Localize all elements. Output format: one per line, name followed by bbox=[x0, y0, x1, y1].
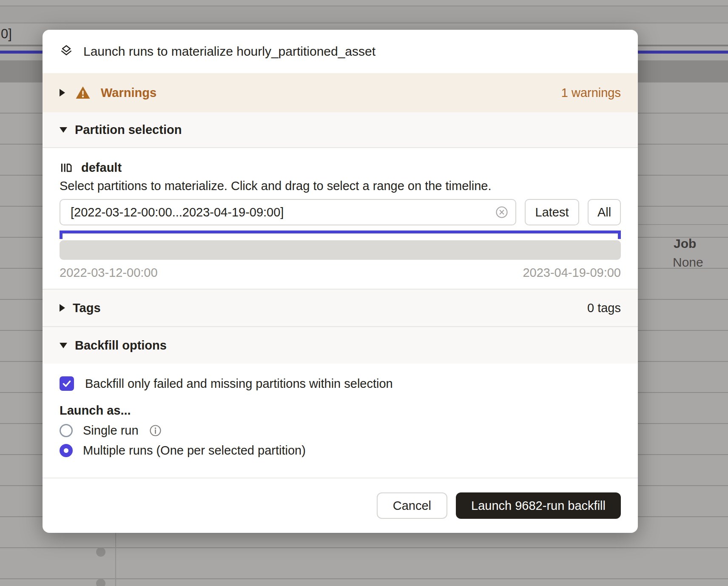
bg-truncated-text: 0] bbox=[1, 26, 12, 42]
warnings-label: Warnings bbox=[101, 86, 156, 100]
tags-title: Tags bbox=[73, 301, 101, 315]
backfill-options-body: Backfill only failed and missing partiti… bbox=[43, 364, 638, 478]
backfill-only-failed-checkbox[interactable] bbox=[60, 376, 74, 391]
multiple-runs-option[interactable]: Multiple runs (One per selected partitio… bbox=[60, 444, 621, 458]
partition-dimension-icon bbox=[60, 161, 73, 174]
selected-range-line bbox=[60, 230, 621, 233]
selected-range-tick-left bbox=[60, 230, 63, 239]
bg-status-dot bbox=[96, 579, 105, 586]
bg-column-divider bbox=[115, 533, 116, 586]
selected-range-tick-right bbox=[618, 230, 621, 239]
dialog-header: Launch runs to materialize hourly_partit… bbox=[43, 30, 638, 73]
dimension-row: default bbox=[60, 161, 621, 175]
dialog-title: Launch runs to materialize hourly_partit… bbox=[83, 44, 375, 59]
bg-row-divider bbox=[0, 23, 728, 23]
multiple-runs-label: Multiple runs (One per selected partitio… bbox=[83, 444, 306, 458]
multiple-runs-radio[interactable] bbox=[60, 444, 73, 457]
partition-selection-title: Partition selection bbox=[75, 123, 182, 137]
single-run-radio[interactable] bbox=[60, 424, 73, 437]
launch-backfill-dialog: Launch runs to materialize hourly_partit… bbox=[43, 30, 638, 533]
latest-button[interactable]: Latest bbox=[525, 199, 579, 225]
backfill-only-failed-row[interactable]: Backfill only failed and missing partiti… bbox=[60, 376, 621, 391]
warnings-count-badge: 1 warnings bbox=[561, 86, 621, 100]
backfill-options-title: Backfill options bbox=[75, 339, 167, 353]
partition-description: Select partitions to materialize. Click … bbox=[60, 179, 621, 193]
single-run-label: Single run bbox=[83, 424, 139, 438]
timeline-start-date: 2022-03-12-00:00 bbox=[60, 266, 158, 280]
clear-selection-icon[interactable] bbox=[495, 205, 509, 219]
info-icon[interactable] bbox=[149, 424, 162, 437]
cancel-button[interactable]: Cancel bbox=[377, 492, 447, 519]
chevron-down-icon bbox=[60, 343, 67, 348]
partition-select-row: Latest All bbox=[60, 199, 621, 225]
checkmark-icon bbox=[61, 378, 72, 389]
bg-toolbar-band bbox=[0, 6, 728, 23]
warnings-section-header[interactable]: Warnings 1 warnings bbox=[43, 73, 638, 112]
partition-selection-section-header[interactable]: Partition selection bbox=[43, 112, 638, 148]
warning-triangle-icon bbox=[75, 85, 91, 100]
selected-range-bracket bbox=[60, 230, 621, 239]
partition-range-input-wrap bbox=[60, 199, 516, 225]
launch-backfill-button[interactable]: Launch 9682-run backfill bbox=[456, 492, 621, 519]
materialize-layers-icon bbox=[59, 44, 74, 59]
backfill-options-section-header[interactable]: Backfill options bbox=[43, 326, 638, 364]
tags-count-badge: 0 tags bbox=[587, 301, 621, 315]
partition-timeline[interactable] bbox=[60, 240, 621, 260]
chevron-down-icon bbox=[60, 127, 67, 133]
partition-selection-body: default Select partitions to materialize… bbox=[43, 148, 638, 289]
partition-range-input[interactable] bbox=[60, 199, 516, 225]
dialog-footer: Cancel Launch 9682-run backfill bbox=[43, 478, 638, 533]
timeline-end-date: 2023-04-19-09:00 bbox=[523, 266, 621, 280]
all-button[interactable]: All bbox=[588, 199, 621, 225]
dimension-name: default bbox=[81, 161, 122, 175]
single-run-option[interactable]: Single run bbox=[60, 424, 621, 438]
chevron-right-icon bbox=[60, 304, 65, 312]
bg-job-column-header: Job bbox=[674, 236, 696, 251]
bg-row-divider bbox=[638, 224, 728, 225]
launch-as-label: Launch as... bbox=[60, 404, 621, 418]
timeline-date-labels: 2022-03-12-00:00 2023-04-19-09:00 bbox=[60, 266, 621, 280]
backfill-only-failed-label: Backfill only failed and missing partiti… bbox=[85, 377, 393, 391]
bg-job-column-value: None bbox=[673, 255, 703, 270]
tags-section-header[interactable]: Tags 0 tags bbox=[43, 289, 638, 326]
bg-status-dot bbox=[96, 547, 105, 557]
chevron-right-icon bbox=[60, 89, 65, 97]
